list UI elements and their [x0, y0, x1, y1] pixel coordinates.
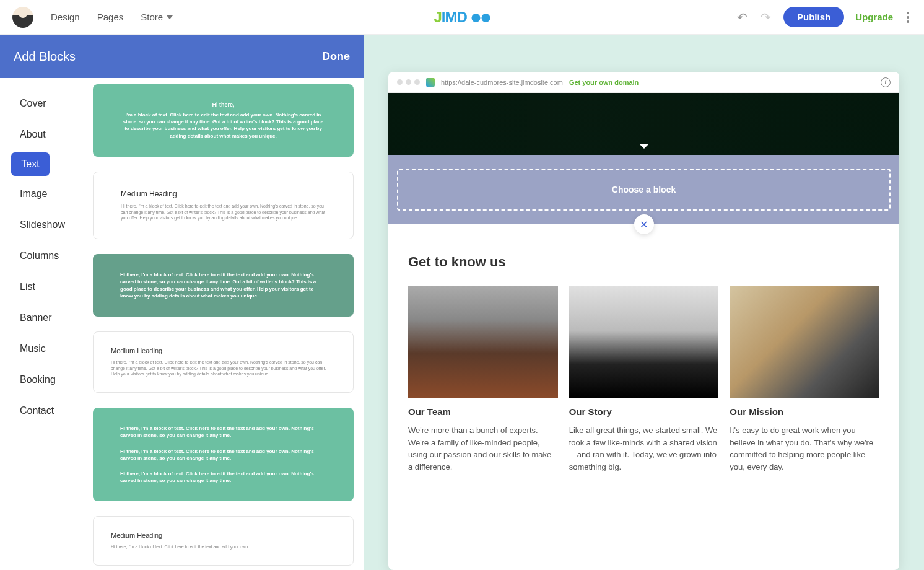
panel-title: Add Blocks	[14, 50, 76, 64]
done-button[interactable]: Done	[322, 50, 350, 63]
site-favicon-icon	[426, 78, 435, 87]
undo-icon[interactable]: ↶	[736, 11, 749, 24]
column-image[interactable]	[408, 286, 558, 398]
block-template[interactable]: Hi there, I'm a block of text. Click her…	[93, 408, 354, 501]
choose-block-label: Choose a block	[397, 169, 891, 211]
chevron-down-icon	[167, 15, 173, 19]
block-preview-text: Hi there, I'm a block of text. Click her…	[120, 425, 326, 439]
address-bar: https://dale-cudmores-site.jimdosite.com	[441, 79, 563, 86]
column-image[interactable]	[730, 286, 879, 398]
block-preview-title: Hi there,	[120, 102, 326, 108]
jimdo-logo: JIMD	[434, 9, 490, 26]
hero-image	[388, 93, 899, 155]
block-preview-heading: Medium Heading	[121, 190, 326, 198]
cat-cover[interactable]: Cover	[11, 90, 87, 116]
more-menu-icon[interactable]	[904, 9, 912, 25]
nav-store-label: Store	[141, 12, 163, 22]
nav-pages[interactable]: Pages	[97, 12, 124, 22]
cat-columns[interactable]: Columns	[11, 243, 87, 269]
column-team: Our Team We're more than a bunch of expe…	[408, 286, 558, 473]
publish-button[interactable]: Publish	[783, 7, 844, 27]
block-preview-heading: Medium Heading	[111, 532, 336, 539]
redo-icon[interactable]: ↷	[760, 11, 772, 24]
block-preview-text: I'm a block of text. Click here to edit …	[120, 112, 326, 139]
cat-image[interactable]: Image	[11, 181, 87, 207]
nav-design[interactable]: Design	[51, 12, 80, 22]
cat-music[interactable]: Music	[11, 336, 87, 362]
about-section: Get to know us Our Team We're more than …	[388, 224, 899, 485]
block-template[interactable]: Hi there, I'm a block of text. Click her…	[93, 254, 354, 317]
site-content: Choose a block ✕ Get to know us Our Team…	[388, 93, 899, 485]
column-title: Our Story	[569, 406, 719, 417]
block-preview-text: Hi there, I'm a block of text. Click her…	[111, 359, 336, 377]
block-preview-text: Hi there, I'm a block of text. Click her…	[120, 448, 326, 462]
get-domain-link[interactable]: Get your own domain	[569, 79, 639, 86]
info-icon[interactable]: i	[881, 77, 891, 87]
main-area: Add Blocks Done Cover About Text Image S…	[0, 35, 924, 570]
block-preview-text: Hi there, I'm a block of text. Click her…	[111, 544, 336, 550]
top-bar: Design Pages Store JIMD ↶ ↷ Publish Upgr…	[0, 0, 924, 35]
panel-header: Add Blocks Done	[0, 35, 364, 78]
browser-frame: https://dale-cudmores-site.jimdosite.com…	[388, 72, 899, 570]
nav-store[interactable]: Store	[141, 12, 173, 22]
block-template[interactable]: Medium Heading Hi there, I'm a block of …	[93, 331, 354, 393]
column-title: Our Mission	[730, 406, 879, 417]
panel-body: Cover About Text Image Slideshow Columns…	[0, 78, 364, 570]
cat-contact[interactable]: Contact	[11, 398, 87, 424]
block-template[interactable]: Hi there, I'm a block of text. Click her…	[93, 84, 354, 157]
top-right-tools: ↶ ↷ Publish Upgrade	[736, 7, 912, 27]
browser-bar: https://dale-cudmores-site.jimdosite.com…	[388, 72, 899, 93]
block-preview-text: Hi there, I'm a block of text. Click her…	[120, 271, 326, 299]
columns: Our Team We're more than a bunch of expe…	[408, 286, 879, 473]
column-text: It's easy to do great work when you beli…	[730, 424, 879, 473]
upgrade-link[interactable]: Upgrade	[855, 12, 893, 22]
preview-area: https://dale-cudmores-site.jimdosite.com…	[364, 35, 924, 570]
cat-banner[interactable]: Banner	[11, 305, 87, 331]
cat-text[interactable]: Text	[11, 152, 50, 176]
block-template[interactable]: Medium Heading Hi there, I'm a block of …	[93, 172, 354, 239]
cat-booking[interactable]: Booking	[11, 367, 87, 393]
block-template-list[interactable]: Hi there, I'm a block of text. Click her…	[87, 78, 364, 570]
column-text: We're more than a bunch of experts. We'r…	[408, 424, 558, 473]
chevron-down-icon[interactable]	[639, 144, 649, 149]
column-text: Like all great things, we started small.…	[569, 424, 719, 473]
close-icon[interactable]: ✕	[634, 214, 654, 234]
block-template[interactable]: Medium Heading Hi there, I'm a block of …	[93, 516, 354, 566]
add-blocks-panel: Add Blocks Done Cover About Text Image S…	[0, 35, 364, 570]
column-title: Our Team	[408, 406, 558, 417]
block-preview-heading: Medium Heading	[111, 347, 336, 354]
avatar[interactable]	[12, 7, 33, 28]
column-image[interactable]	[569, 286, 719, 398]
section-title: Get to know us	[408, 254, 879, 270]
cat-about[interactable]: About	[11, 121, 87, 147]
cat-slideshow[interactable]: Slideshow	[11, 212, 87, 238]
window-controls-icon	[397, 79, 420, 85]
top-nav: Design Pages Store	[51, 12, 173, 22]
block-preview-text: Hi there, I'm a block of text. Click her…	[120, 470, 326, 484]
block-preview-text: Hi there, I'm a block of text. Click her…	[121, 203, 326, 221]
column-mission: Our Mission It's easy to do great work w…	[730, 286, 879, 473]
choose-block-dropzone[interactable]: Choose a block ✕	[388, 155, 899, 224]
cat-list[interactable]: List	[11, 274, 87, 300]
column-story: Our Story Like all great things, we star…	[569, 286, 719, 473]
category-list: Cover About Text Image Slideshow Columns…	[0, 78, 87, 570]
